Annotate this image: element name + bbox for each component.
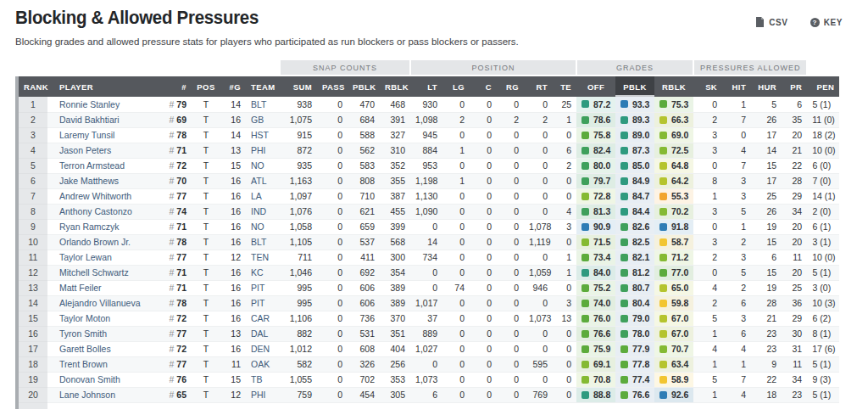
team-link[interactable]: PIT	[251, 283, 264, 293]
cell-pblk: 562	[348, 143, 380, 158]
cell-grade-rblk: 55.3	[654, 188, 693, 204]
grade-value: 73.4	[593, 252, 610, 262]
player-link[interactable]: Donovan Smith	[59, 374, 120, 384]
team-link[interactable]: OAK	[251, 359, 270, 369]
cell-games: 13	[220, 143, 246, 158]
team-link[interactable]: IND	[251, 206, 266, 216]
column-header-sum[interactable]: SUM	[280, 76, 317, 97]
grade-value: 84.9	[632, 176, 649, 186]
column-header-hit[interactable]: HIT	[722, 76, 751, 97]
cell-c: 0	[470, 341, 497, 356]
cell-rg: 0	[497, 311, 524, 326]
cell-grade-off: 81.3	[576, 204, 615, 219]
cell-grade-pblk: 80.4	[615, 295, 654, 311]
grade-value: 91.8	[671, 222, 688, 232]
player-link[interactable]: Terron Armstead	[59, 160, 125, 171]
cell-pblk: 621	[348, 204, 380, 219]
team-link[interactable]: NO	[251, 160, 264, 171]
column-header-games[interactable]: #G	[220, 76, 246, 97]
team-link[interactable]: ATL	[251, 176, 266, 186]
team-link[interactable]: PHI	[251, 390, 266, 400]
team-link[interactable]: BLT	[251, 99, 266, 109]
column-header-te[interactable]: TE	[553, 76, 576, 97]
player-link[interactable]: Jake Matthews	[59, 176, 119, 186]
player-link[interactable]: Anthony Castonzo	[59, 206, 132, 216]
player-link[interactable]: Jason Peters	[59, 145, 111, 155]
column-header-c[interactable]: C	[470, 76, 497, 97]
column-header-rt[interactable]: RT	[524, 76, 553, 97]
player-link[interactable]: Andrew Whitworth	[59, 191, 131, 201]
team-link[interactable]: LA	[251, 191, 262, 201]
player-link[interactable]: Taylor Lewan	[59, 252, 112, 262]
team-link[interactable]: HST	[251, 130, 269, 140]
column-header-pass[interactable]: PASS	[317, 76, 348, 97]
player-link[interactable]: Mitchell Schwartz	[59, 267, 129, 278]
player-link[interactable]: Alejandro Villanueva	[59, 298, 141, 308]
cell-pen: 10 (0)	[807, 250, 839, 265]
key-button[interactable]: ? KEY	[810, 17, 843, 27]
cell-lt: 930	[410, 97, 442, 112]
team-link[interactable]: PIT	[251, 298, 264, 308]
cell-grade-pblk: 78.0	[615, 326, 654, 341]
column-header-lt[interactable]: LT	[410, 76, 442, 97]
column-header-number[interactable]: #	[159, 76, 192, 97]
player-link[interactable]: David Bakhtiari	[59, 115, 120, 125]
player-link[interactable]: Tyron Smith	[59, 328, 107, 339]
column-header-hur[interactable]: HUR	[751, 76, 782, 97]
team-link[interactable]: BLT	[251, 237, 266, 247]
cell-games: 16	[220, 112, 246, 127]
cell-grade-off: 72.8	[576, 188, 615, 204]
player-link[interactable]: Taylor Moton	[59, 313, 110, 323]
team-link[interactable]: KC	[251, 267, 264, 278]
player-link[interactable]: Garett Bolles	[59, 344, 111, 354]
player-link[interactable]: Ryan Ramczyk	[59, 222, 120, 232]
team-link[interactable]: PHI	[251, 145, 266, 155]
cell-lt	[410, 402, 442, 409]
column-header-pen[interactable]: PEN	[807, 76, 839, 97]
column-header-grade-off[interactable]: OFF	[576, 76, 615, 97]
team-link[interactable]: DAL	[251, 328, 268, 339]
cell-grade-off: 87.2	[576, 97, 615, 112]
player-link[interactable]: Laremy Tunsil	[59, 130, 114, 140]
column-header-rblk[interactable]: RBLK	[380, 76, 410, 97]
column-header-grade-rblk[interactable]: RBLK	[654, 76, 693, 97]
grade-color-square	[581, 300, 589, 307]
team-link[interactable]: GB	[251, 115, 264, 125]
player-link[interactable]: Ronnie Stanley	[59, 99, 120, 109]
cell-rank: 20	[19, 387, 47, 402]
cell-pen	[807, 402, 839, 409]
player-link[interactable]: Matt Feiler	[59, 283, 102, 293]
column-header-pos[interactable]: POS	[192, 76, 220, 97]
cell-lg: 0	[442, 356, 470, 372]
grade-color-square	[620, 208, 628, 216]
player-link[interactable]: Lane Johnson	[59, 390, 115, 400]
team-link[interactable]: CAR	[251, 313, 270, 323]
column-header-sk[interactable]: SK	[693, 76, 722, 97]
team-link[interactable]: TEN	[251, 252, 269, 262]
column-header-pr[interactable]: PR	[782, 76, 807, 97]
cell-rg: 0	[497, 219, 524, 234]
column-header-rank[interactable]: RANK	[19, 76, 47, 97]
team-link[interactable]: TB	[251, 374, 262, 384]
player-link[interactable]: Orlando Brown Jr.	[59, 237, 131, 247]
team-link[interactable]: DEN	[251, 344, 270, 354]
column-group-pressures-allowed: PRESSURES ALLOWED	[693, 60, 807, 76]
cell-lg: 0	[442, 250, 470, 265]
grade-value: 84.4	[632, 206, 649, 216]
team-link[interactable]: NO	[251, 222, 264, 232]
column-header-pblk[interactable]: PBLK	[348, 76, 380, 97]
column-header-rg[interactable]: RG	[497, 76, 524, 97]
jersey-number: 74	[176, 206, 186, 216]
cell-lt: 884	[410, 143, 442, 158]
grade-color-square	[581, 330, 589, 338]
column-header-team[interactable]: TEAM	[246, 76, 280, 97]
cell-sum: 938	[280, 97, 317, 112]
column-header-grade-pblk[interactable]: PBLK	[615, 76, 654, 97]
column-header-player[interactable]: PLAYER	[47, 76, 159, 97]
player-link[interactable]: Trent Brown	[59, 359, 108, 369]
cell-c: 0	[470, 204, 497, 219]
table-row: 19Donovan Smith# 76T15TB1,05507023531,07…	[19, 372, 839, 387]
column-header-lg[interactable]: LG	[442, 76, 470, 97]
grade-value: 78.0	[632, 328, 649, 339]
csv-button[interactable]: CSV	[755, 17, 787, 27]
